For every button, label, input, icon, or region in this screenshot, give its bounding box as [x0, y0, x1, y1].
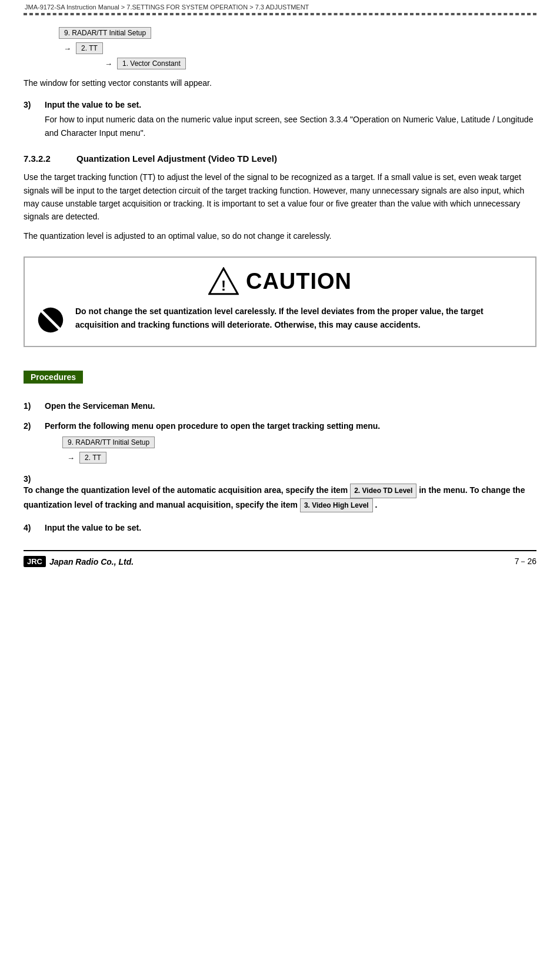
menu-row-2: → 2. TT	[59, 42, 536, 54]
menu-row-step2-1: 9. RADAR/TT Initial Setup	[62, 436, 536, 448]
section-body: Use the target tracking function (TT) to…	[24, 171, 536, 224]
step-3-btn1: 2. Video TD Level	[350, 484, 416, 498]
breadcrumb: JMA-9172-SA Instruction Manual > 7.SETTI…	[24, 0, 536, 14]
arrow-icon-1: →	[64, 44, 71, 53]
step-3-top-body: For how to input numeric data on the num…	[45, 113, 536, 139]
menu-row-step2-2: → 2. TT	[62, 452, 536, 464]
step-2-title: Perform the following menu open procedur…	[45, 421, 380, 431]
menu-btn-radar-setup-top: 9. RADAR/TT Initial Setup	[59, 27, 151, 39]
step-3-num: 3)	[24, 474, 45, 484]
page-footer: JRC Japan Radio Co., Ltd. 7－26	[24, 550, 536, 567]
step-2-num: 2)	[24, 421, 45, 431]
step-3-top: 3) Input the value to be set. For how to…	[24, 100, 536, 139]
breadcrumb-text: JMA-9172-SA Instruction Manual > 7.SETTI…	[25, 4, 309, 11]
section-title: Quantization Level Adjustment (Video TD …	[76, 154, 277, 164]
step-1: 1) Open the Serviceman Menu.	[24, 401, 536, 411]
menu-btn-vector-constant: 1. Vector Constant	[117, 58, 186, 69]
arrow-icon-2: →	[105, 59, 112, 68]
prohibition-icon	[36, 306, 65, 334]
footer-company: Japan Radio Co., Ltd.	[49, 557, 134, 567]
step-3-part3: .	[375, 500, 378, 509]
caution-text: Do not change the set quantization level…	[75, 305, 524, 331]
menu-btn-tt-step2: 2. TT	[79, 452, 106, 464]
step-1-title: Open the Serviceman Menu.	[45, 401, 155, 411]
section-heading: 7.3.2.2 Quantization Level Adjustment (V…	[24, 154, 536, 164]
step-3-top-title: Input the value to be set.	[45, 100, 141, 109]
section-num: 7.3.2.2	[24, 154, 76, 164]
step-3-title: To change the quantization level of the …	[24, 484, 536, 512]
step-4-num: 4)	[24, 523, 45, 532]
caution-content: Do not change the set quantization level…	[36, 305, 524, 334]
intro-text: The window for setting vector constants …	[24, 76, 536, 89]
step-3-btn2: 3. Video High Level	[300, 498, 373, 512]
caution-box: ! CAUTION Do not change the set quantiza…	[24, 256, 536, 347]
procedures-badge: Procedures	[24, 371, 83, 384]
caution-title-row: ! CAUTION	[36, 267, 524, 295]
section-body2: The quantization level is adjusted to an…	[24, 229, 536, 242]
caution-word: CAUTION	[246, 269, 352, 294]
menu-btn-tt-top: 2. TT	[76, 42, 103, 54]
jrc-badge: JRC	[24, 556, 46, 567]
step-3-part1: To change the quantization level of the …	[24, 485, 350, 495]
footer-logo: JRC Japan Radio Co., Ltd.	[24, 556, 134, 567]
svg-text:!: !	[221, 278, 226, 294]
menu-row-1: 9. RADAR/TT Initial Setup	[59, 27, 536, 39]
menu-row-3: → 1. Vector Constant	[100, 58, 536, 69]
step-2: 2) Perform the following menu open proce…	[24, 421, 536, 464]
step-4-title: Input the value to be set.	[45, 523, 141, 532]
arrow-icon-step2: →	[67, 454, 75, 462]
warning-triangle-icon: !	[208, 267, 239, 295]
step-4: 4) Input the value to be set.	[24, 523, 536, 532]
footer-page-number: 7－26	[515, 557, 536, 567]
step-1-num: 1)	[24, 401, 45, 411]
step-3-top-num: 3)	[24, 100, 45, 109]
step-3: 3) To change the quantization level of t…	[24, 474, 536, 512]
menu-btn-radar-setup-step2: 9. RADAR/TT Initial Setup	[62, 436, 155, 448]
